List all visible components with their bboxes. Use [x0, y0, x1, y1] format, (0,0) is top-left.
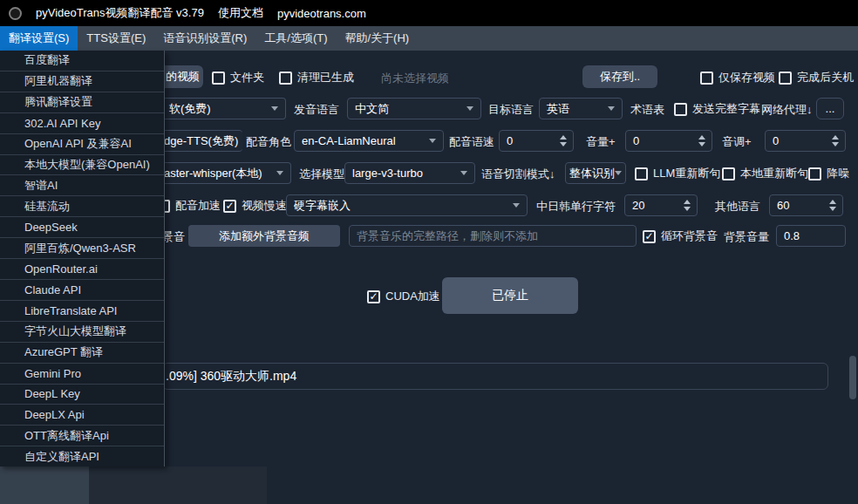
- menu-speech-recognition-settings[interactable]: 语音识别设置(R): [154, 26, 255, 51]
- checkbox-box[interactable]: [674, 103, 687, 116]
- checkbox-box[interactable]: [212, 72, 225, 85]
- menu-item-2[interactable]: 腾讯翻译设置: [0, 92, 164, 112]
- shutdown-after-checkbox[interactable]: 完成后关机: [779, 70, 854, 85]
- voice-role-label[interactable]: 配音角色: [246, 134, 291, 150]
- spinner-arrows-icon[interactable]: [684, 200, 691, 211]
- save-to-button[interactable]: 保存到..: [582, 65, 657, 88]
- local-resegment-checkbox[interactable]: 本地重新断句: [722, 166, 808, 181]
- menu-item-0[interactable]: 百度翻译: [0, 51, 164, 71]
- doc-link[interactable]: 使用文档: [218, 5, 263, 21]
- menu-item-10[interactable]: OpenRouter.ai: [0, 258, 164, 279]
- site-link[interactable]: pyvideotrans.com: [277, 7, 366, 20]
- menu-shadow: [0, 467, 89, 504]
- checkbox-checked-box[interactable]: ✓: [643, 230, 656, 243]
- bgm-volume-field[interactable]: [777, 229, 845, 242]
- send-full-subtitle-checkbox[interactable]: 发送完整字幕: [674, 101, 760, 117]
- keep-bgm-label: 景音: [162, 229, 185, 245]
- checkbox-box[interactable]: [722, 167, 735, 180]
- folder-checkbox[interactable]: 文件夹: [212, 70, 264, 85]
- split-mode-select[interactable]: 整体识别: [565, 162, 626, 184]
- tts-channel-select[interactable]: dge-TTS(免费): [162, 130, 242, 152]
- source-language-select[interactable]: 中文简: [347, 98, 481, 119]
- checkbox-checked-box[interactable]: ✓: [223, 200, 236, 213]
- app-window: pyVideoTrans视频翻译配音 v3.79 使用文档 pyvideotra…: [0, 0, 858, 504]
- menu-help-about[interactable]: 帮助/关于(H): [337, 26, 419, 51]
- stop-button[interactable]: 已停止: [442, 277, 578, 314]
- select-model-label: 选择模型↓: [299, 167, 351, 182]
- cuda-checkbox[interactable]: ✓ CUDA加速: [367, 289, 440, 304]
- menu-item-6[interactable]: 智谱AI: [0, 174, 164, 195]
- clean-generated-checkbox[interactable]: 清理已生成: [279, 70, 354, 85]
- menu-item-4[interactable]: OpenAI API 及兼容AI: [0, 133, 164, 154]
- window-title: pyVideoTrans视频翻译配音 v3.79: [36, 5, 204, 21]
- split-mode-label: 语音切割模式↓: [481, 167, 555, 182]
- subtitle-embed-select[interactable]: 硬字幕嵌入: [286, 194, 528, 216]
- menu-translate-settings[interactable]: 翻译设置(S): [0, 26, 78, 51]
- menu-item-7[interactable]: 硅基流动: [0, 195, 164, 216]
- chevron-down-icon: [615, 171, 622, 175]
- translate-channel-select[interactable]: 软(免费): [162, 98, 286, 119]
- checkbox-box[interactable]: [635, 167, 648, 180]
- menu-item-16[interactable]: DeepL Key: [0, 384, 164, 405]
- voice-rate-spinner[interactable]: 0: [499, 130, 574, 152]
- select-video-button[interactable]: 的视频: [162, 65, 203, 88]
- chevron-down-icon: [608, 106, 615, 111]
- menu-item-15[interactable]: Gemini Pro: [0, 363, 164, 384]
- pitch-spinner[interactable]: 0: [765, 130, 846, 152]
- menu-item-17[interactable]: DeepLX Api: [0, 404, 164, 425]
- target-language-select[interactable]: 英语: [539, 98, 623, 119]
- voice-rate-label: 配音语速: [449, 134, 494, 150]
- menu-item-18[interactable]: OTT离线翻译Api: [0, 425, 164, 446]
- other-chars-spinner[interactable]: 60: [769, 194, 843, 216]
- menu-item-13[interactable]: 字节火山大模型翻译: [0, 321, 164, 342]
- voice-role-select[interactable]: en-CA-LiamNeural: [294, 130, 444, 152]
- menu-item-1[interactable]: 阿里机器翻译: [0, 71, 164, 92]
- spinner-arrows-icon[interactable]: [832, 135, 839, 146]
- menu-item-19[interactable]: 自定义翻译API: [0, 446, 164, 467]
- checkbox-box[interactable]: [700, 72, 713, 85]
- menu-item-3[interactable]: 302.AI API Key: [0, 112, 164, 133]
- vertical-scrollbar[interactable]: [849, 356, 856, 399]
- voice-accelerate-checkbox[interactable]: 配音加速: [157, 198, 221, 214]
- bgm-path-input[interactable]: [349, 225, 637, 247]
- menu-item-5[interactable]: 本地大模型(兼容OpenAI): [0, 154, 164, 175]
- checkbox-box[interactable]: [808, 167, 821, 180]
- menu-tts-settings[interactable]: TTS设置(E): [78, 26, 154, 51]
- menu-item-11[interactable]: Claude API: [0, 279, 164, 300]
- menu-item-14[interactable]: AzureGPT 翻译: [0, 342, 164, 363]
- chevron-down-icon: [276, 171, 283, 175]
- loop-bgm-checkbox[interactable]: ✓ 循环背景音: [643, 228, 718, 244]
- proxy-more-button[interactable]: ...: [816, 98, 844, 119]
- file-progress-text: .09%] 360驱动大师.mp4: [163, 369, 296, 385]
- save-video-only-checkbox[interactable]: 仅保存视频: [700, 70, 775, 85]
- spinner-arrows-icon[interactable]: [560, 135, 567, 146]
- bgm-path-field[interactable]: [350, 229, 636, 242]
- denoise-checkbox[interactable]: 降噪: [808, 166, 849, 181]
- bgm-volume-input[interactable]: [776, 225, 846, 247]
- menu-item-9[interactable]: 阿里百炼/Qwen3-ASR: [0, 237, 164, 258]
- chevron-down-icon: [271, 106, 278, 111]
- menu-tools-options[interactable]: 工具/选项(T): [255, 26, 336, 51]
- spinner-arrows-icon[interactable]: [698, 135, 705, 146]
- cjk-chars-spinner[interactable]: 20: [624, 194, 698, 216]
- llm-resegment-checkbox[interactable]: LLM重新断句: [635, 166, 720, 181]
- add-bgm-button[interactable]: 添加额外背景音频: [188, 225, 340, 247]
- source-language-label: 发音语言: [294, 102, 339, 118]
- target-language-label: 目标语言: [488, 102, 534, 118]
- menu-item-8[interactable]: DeepSeek: [0, 216, 164, 237]
- file-list-row[interactable]: .09%] 360驱动大师.mp4: [162, 363, 828, 390]
- menu-item-12[interactable]: LibreTranslate API: [0, 300, 164, 321]
- checkbox-checked-box[interactable]: ✓: [367, 290, 380, 303]
- chevron-down-icon: [466, 106, 473, 111]
- model-select[interactable]: large-v3-turbo: [344, 162, 475, 184]
- chevron-down-icon: [429, 139, 436, 143]
- volume-spinner[interactable]: 0: [625, 130, 712, 152]
- checkbox-box[interactable]: [779, 72, 792, 85]
- checkbox-box[interactable]: [279, 72, 292, 85]
- video-slow-checkbox[interactable]: ✓ 视频慢速: [223, 198, 287, 214]
- recognition-channel-select[interactable]: aster-whisper(本地): [162, 162, 291, 184]
- glossary-link[interactable]: 术语表: [630, 102, 664, 118]
- bgm-volume-label: 背景音量: [724, 229, 769, 245]
- translate-settings-menu: 百度翻译阿里机器翻译腾讯翻译设置302.AI API KeyOpenAI API…: [0, 51, 165, 467]
- spinner-arrows-icon[interactable]: [829, 200, 836, 211]
